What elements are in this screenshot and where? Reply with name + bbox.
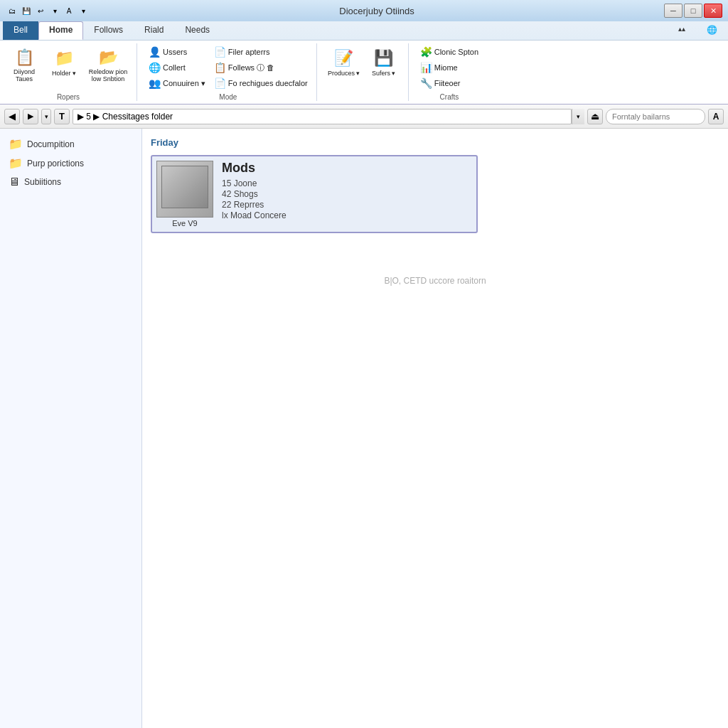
address-dropdown[interactable]: ▾: [572, 109, 584, 124]
fiiteoer-label: Fiiteoer: [434, 79, 461, 87]
file-detail-0: 15 Joone: [222, 178, 472, 188]
fo-icon: 📄: [214, 77, 226, 89]
t-button[interactable]: T: [54, 109, 70, 124]
content-area: Friday Eve V9 Mods 15 Joone 42 Shogs 22 …: [142, 129, 728, 728]
folder-icon-2: 📁: [9, 156, 23, 170]
close-button[interactable]: ✕: [704, 4, 722, 18]
btn-sufers[interactable]: 💾 Sufers ▾: [365, 45, 402, 85]
quick-more-icon[interactable]: ▾: [48, 4, 61, 17]
quick-dropdown-icon[interactable]: ▾: [77, 4, 90, 17]
mode-label: Mode: [146, 92, 311, 101]
ropers-label: Ropers: [6, 92, 131, 101]
file-name: Mods: [222, 161, 472, 176]
btn-holder[interactable]: 📁 Holder ▾: [46, 45, 82, 85]
holder-icon: 📁: [53, 47, 75, 70]
sidebar-label-subiitions: Subiitions: [24, 177, 61, 187]
ropers-buttons: 📋 DiiyondTaues 📁 Holder ▾ 📂 Reledow pion…: [6, 43, 131, 92]
ribbon-content: 📋 DiiyondTaues 📁 Holder ▾ 📂 Reledow pion…: [0, 40, 728, 104]
btn-follews[interactable]: 📋 Follews ⓘ 🗑: [211, 60, 311, 75]
btn-produces[interactable]: 📝 Produces ▾: [326, 45, 363, 85]
quick-undo-icon[interactable]: ↩: [34, 4, 47, 17]
file-detail-1: 42 Shogs: [222, 189, 472, 199]
content-header: Friday: [151, 137, 719, 148]
sidebar: 📁 Documpition 📁 Purp porictions 🖥 Subiit…: [0, 129, 142, 728]
produces-buttons: 📝 Produces ▾ 💾 Sufers ▾: [326, 43, 402, 100]
maximize-button[interactable]: □: [684, 4, 702, 18]
sidebar-label-purp: Purp porictions: [27, 159, 84, 168]
produces-icon: 📝: [333, 47, 355, 70]
address-text: ▶ 5 ▶ Chessitages folder: [77, 112, 173, 122]
window-controls: ─ □ ✕: [664, 4, 722, 18]
clonic-label: Clonic Spton: [434, 48, 478, 56]
clonic-icon: 🧩: [420, 46, 432, 58]
filer-icon: 📄: [214, 46, 226, 58]
reledow-label: Reledow pionlow Snbtion: [89, 68, 128, 82]
ribbon-group-mode: 👤 Ussers 🌐 Collert 👥 Conuuiren ▾ 📄: [146, 43, 317, 101]
btn-fiiteoer[interactable]: 🔧 Fiiteoer: [417, 76, 481, 90]
ribbon-group-produces: 📝 Produces ▾ 💾 Sufers ▾: [326, 43, 409, 101]
diiyond-icon: 📋: [13, 47, 36, 68]
btn-clonic-spton[interactable]: 🧩 Clonic Spton: [417, 45, 481, 59]
quick-font-icon[interactable]: A: [63, 4, 75, 17]
fo-label: Fo rechigues duecfalor: [228, 79, 308, 87]
nav-right: A: [606, 109, 724, 124]
eject-button[interactable]: ⏏: [587, 109, 603, 124]
follews-label: Follews ⓘ 🗑: [228, 63, 274, 73]
tab-home[interactable]: Home: [38, 21, 83, 40]
btn-ussers[interactable]: 👤 Ussers: [146, 45, 208, 59]
tab-follows[interactable]: Follows: [83, 21, 134, 40]
sufers-icon: 💾: [373, 47, 395, 70]
follews-icon: 📋: [214, 62, 226, 73]
tab-bell[interactable]: Bell: [3, 21, 38, 40]
minimize-button[interactable]: ─: [664, 4, 682, 18]
folder-icon-1: 📁: [9, 137, 23, 151]
search-input[interactable]: [606, 109, 705, 124]
file-info: Mods 15 Joone 42 Shogs 22 Reprres lx Moa…: [222, 161, 472, 221]
btn-fo-rechigues[interactable]: 📄 Fo rechigues duecfalor: [211, 76, 311, 90]
btn-filer-apterrs[interactable]: 📄 Filer apterrs: [211, 45, 311, 59]
quick-save-icon[interactable]: 💾: [20, 4, 33, 17]
forward-button[interactable]: ▶: [23, 109, 38, 124]
btn-miome[interactable]: 📊 Miome: [417, 60, 481, 75]
mode-col-left: 👤 Ussers 🌐 Collert 👥 Conuuiren ▾: [146, 45, 208, 90]
ribbon: Bell Home Follows Riald Needs ▴▴ 🌐 📋 Dii…: [0, 21, 728, 105]
back-button[interactable]: ◀: [4, 109, 20, 124]
font-size-button[interactable]: A: [708, 109, 724, 124]
fiiteoer-icon: 🔧: [420, 77, 432, 89]
sidebar-item-subiitions[interactable]: 🖥 Subiitions: [3, 173, 139, 191]
address-bar[interactable]: ▶ 5 ▶ Chessitages folder: [73, 109, 572, 124]
sidebar-label-documpition: Documpition: [27, 139, 75, 149]
dropdown-button[interactable]: ▾: [41, 109, 51, 124]
file-item-mods[interactable]: Eve V9 Mods 15 Joone 42 Shogs 22 Reprres…: [151, 155, 478, 233]
tab-expand[interactable]: ▴▴: [668, 21, 696, 40]
tab-globe[interactable]: 🌐: [696, 21, 728, 40]
tab-needs[interactable]: Needs: [174, 21, 220, 40]
ribbon-tabs: Bell Home Follows Riald Needs ▴▴ 🌐: [0, 21, 728, 40]
miome-label: Miome: [434, 63, 458, 72]
mode-col-right: 📄 Filer apterrs 📋 Follews ⓘ 🗑 📄 Fo rechi…: [211, 45, 311, 90]
app-icon: 🗂: [6, 4, 18, 17]
diiyond-label: DiiyondTaues: [14, 68, 35, 82]
sidebar-item-purp[interactable]: 📁 Purp porictions: [3, 154, 139, 173]
holder-label: Holder ▾: [52, 70, 76, 77]
file-thumb-label: Eve V9: [172, 219, 197, 228]
ussers-icon: 👤: [149, 46, 161, 58]
main-area: 📁 Documpition 📁 Purp porictions 🖥 Subiit…: [0, 129, 728, 728]
produces-group-label: [326, 100, 402, 101]
computer-icon: 🖥: [9, 176, 20, 188]
window-title: Diocerjuby Otiinds: [90, 6, 664, 16]
tab-riald[interactable]: Riald: [134, 21, 174, 40]
reledow-icon: 📂: [97, 47, 119, 68]
btn-conuuiren[interactable]: 👥 Conuuiren ▾: [146, 76, 208, 90]
mode-buttons: 👤 Ussers 🌐 Collert 👥 Conuuiren ▾ 📄: [146, 43, 311, 92]
btn-diiyond-taues[interactable]: 📋 DiiyondTaues: [6, 45, 43, 85]
collert-label: Collert: [163, 63, 186, 72]
btn-reledow[interactable]: 📂 Reledow pionlow Snbtion: [85, 45, 131, 85]
crafts-buttons: 🧩 Clonic Spton 📊 Miome 🔧 Fiiteoer: [417, 43, 481, 92]
title-bar: 🗂 💾 ↩ ▾ A ▾ Diocerjuby Otiinds ─ □ ✕: [0, 0, 728, 21]
ribbon-group-crafts: 🧩 Clonic Spton 📊 Miome 🔧 Fiiteoer Crafts: [417, 43, 487, 101]
btn-collert[interactable]: 🌐 Collert: [146, 60, 208, 75]
conuuiren-label: Conuuiren ▾: [163, 79, 205, 88]
ussers-label: Ussers: [163, 48, 187, 56]
sidebar-item-documpition[interactable]: 📁 Documpition: [3, 134, 139, 154]
